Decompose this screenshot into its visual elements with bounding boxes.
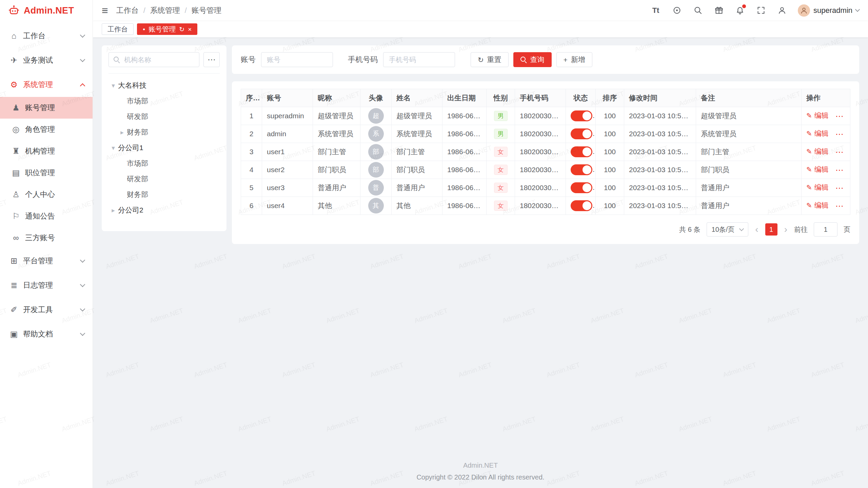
cell-account: user4: [262, 197, 313, 215]
tab-工作台[interactable]: 工作台: [102, 23, 134, 35]
sidebar-item-log-manage[interactable]: ≣日志管理: [0, 273, 93, 298]
tree-node[interactable]: 市场部: [108, 156, 220, 171]
font-size-icon[interactable]: Tt: [651, 5, 661, 16]
help-docs-icon: ▣: [8, 329, 20, 339]
status-toggle[interactable]: [571, 110, 592, 121]
tab-close-icon[interactable]: ×: [188, 26, 192, 33]
tree-node[interactable]: ▾分公司1: [108, 140, 220, 156]
plus-icon: +: [564, 56, 568, 63]
caret-down-icon[interactable]: ▾: [108, 144, 118, 152]
phone-input[interactable]: [388, 56, 450, 64]
tree-node[interactable]: 研发部: [108, 171, 220, 187]
phone-field-box: [383, 52, 455, 67]
cell-name: 系统管理员: [392, 125, 442, 143]
reset-button[interactable]: ↻ 重置: [471, 52, 509, 67]
cell-operations: ✎编辑⋯: [802, 143, 850, 161]
add-button[interactable]: + 新增: [556, 52, 592, 67]
tree-node[interactable]: ▸分公司2: [108, 202, 220, 218]
edit-icon: ✎: [806, 111, 812, 120]
org-search-input[interactable]: [123, 56, 194, 64]
tree-node[interactable]: 财务部: [108, 187, 220, 202]
cell-nickname: 普通用户: [313, 179, 360, 197]
org-more-button[interactable]: ⋯: [203, 52, 220, 67]
caret-down-icon[interactable]: ▾: [108, 82, 118, 89]
cell-name: 其他: [392, 197, 442, 215]
business-test-icon: ✈: [8, 56, 20, 65]
chevron-down-icon: [80, 258, 85, 263]
breadcrumb-item[interactable]: 系统管理: [150, 5, 180, 16]
more-actions-button[interactable]: ⋯: [835, 201, 844, 210]
status-toggle[interactable]: [571, 200, 592, 211]
more-actions-button[interactable]: ⋯: [835, 147, 844, 157]
tree-node[interactable]: ▾大名科技: [108, 78, 220, 93]
sidebar-item-platform-manage[interactable]: ⊞平台管理: [0, 249, 93, 273]
status-toggle[interactable]: [571, 128, 592, 139]
search-icon[interactable]: [693, 5, 703, 16]
more-actions-button[interactable]: ⋯: [835, 183, 844, 192]
prev-page-button[interactable]: ‹: [754, 225, 759, 234]
next-page-button[interactable]: ›: [784, 225, 788, 234]
account-field-box: [261, 52, 333, 67]
status-toggle[interactable]: [571, 182, 592, 193]
sidebar-item-profile-center[interactable]: ♙个人中心: [0, 184, 93, 205]
user-menu[interactable]: superadmin: [798, 4, 859, 17]
more-actions-button[interactable]: ⋯: [835, 165, 844, 175]
cell-gender: 男: [487, 107, 515, 125]
sidebar-item-business-test[interactable]: ✈业务测试: [0, 48, 93, 73]
page-number-current[interactable]: 1: [765, 223, 777, 236]
page-size-select[interactable]: 10条/页: [707, 222, 749, 237]
cell-no: 2: [241, 125, 262, 143]
sidebar-item-system-manage[interactable]: ⚙系统管理: [0, 73, 93, 97]
edit-button[interactable]: ✎编辑: [806, 201, 829, 210]
sidebar-item-role-manage[interactable]: ◎角色管理: [0, 119, 93, 140]
breadcrumb-item[interactable]: 工作台: [116, 5, 139, 16]
more-actions-button[interactable]: ⋯: [835, 111, 844, 121]
chevron-down-icon: [80, 33, 85, 38]
sidebar-item-workbench[interactable]: ⌂工作台: [0, 24, 93, 48]
edit-button[interactable]: ✎编辑: [806, 165, 829, 174]
edit-button[interactable]: ✎编辑: [806, 147, 829, 156]
logo[interactable]: Admin.NET: [0, 0, 93, 21]
edit-label: 编辑: [814, 165, 829, 174]
tree-node-label: 分公司1: [118, 143, 143, 152]
profile-icon[interactable]: [777, 5, 787, 16]
sidebar-item-third-party-account[interactable]: ∞三方账号: [0, 227, 93, 249]
edit-button[interactable]: ✎编辑: [806, 129, 829, 138]
goto-page-input[interactable]: [814, 222, 837, 237]
sidebar-item-notice[interactable]: ⚐通知公告: [0, 205, 93, 227]
sidebar-item-dev-tools[interactable]: ✐开发工具: [0, 298, 93, 322]
sidebar-item-help-docs[interactable]: ▣帮助文档: [0, 322, 93, 346]
edit-icon: ✎: [806, 183, 812, 191]
hamburger-icon[interactable]: ≡: [102, 5, 108, 16]
accounts-table-card: 序号账号昵称头像姓名出生日期性别手机号码状态排序修改时间备注操作 1supera…: [232, 81, 859, 244]
edit-button[interactable]: ✎编辑: [806, 183, 829, 192]
notification-icon[interactable]: [735, 5, 745, 16]
sidebar-item-position-manage[interactable]: ▤职位管理: [0, 162, 93, 184]
tree-node[interactable]: 市场部: [108, 93, 220, 109]
more-actions-button[interactable]: ⋯: [835, 129, 844, 139]
cell-avatar: 超: [360, 107, 392, 125]
tree-node[interactable]: ▸财务部: [108, 124, 220, 140]
chevron-up-icon: [80, 83, 85, 89]
chevron-down-icon: [739, 226, 744, 231]
tab-refresh-icon[interactable]: ↻: [179, 26, 184, 33]
caret-right-icon[interactable]: ▸: [117, 128, 127, 136]
locale-icon[interactable]: [672, 5, 682, 16]
search-button[interactable]: 查询: [513, 52, 552, 67]
edit-button[interactable]: ✎编辑: [806, 111, 829, 120]
sidebar-item-label: 业务测试: [23, 55, 53, 65]
sidebar-item-account-manage[interactable]: ♟账号管理: [0, 97, 93, 119]
status-toggle[interactable]: [571, 146, 592, 157]
cell-birth-date: 1986-06-28: [442, 179, 487, 197]
breadcrumb-item[interactable]: 账号管理: [192, 5, 221, 16]
sidebar-item-org-manage[interactable]: ♜机构管理: [0, 140, 93, 162]
fullscreen-icon[interactable]: [756, 5, 766, 16]
gift-icon[interactable]: [714, 5, 724, 16]
account-input[interactable]: [266, 56, 328, 64]
caret-right-icon[interactable]: ▸: [108, 206, 118, 214]
page-footer: Admin.NET Copyright © 2022 Dilon All rig…: [93, 460, 868, 483]
status-toggle[interactable]: [571, 164, 592, 175]
tree-node[interactable]: 研发部: [108, 109, 220, 124]
sidebar-item-label: 个人中心: [25, 189, 55, 200]
tab-账号管理[interactable]: ●账号管理↻×: [137, 23, 197, 35]
